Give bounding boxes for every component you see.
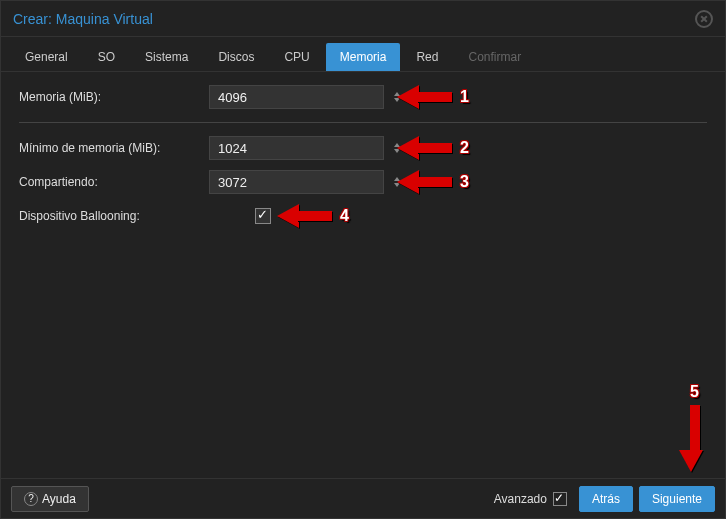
input-min-memoria[interactable]: [209, 136, 384, 160]
row-memoria: Memoria (MiB): 1: [19, 82, 707, 112]
input-compartiendo-value[interactable]: [210, 171, 394, 193]
back-button[interactable]: Atrás: [579, 486, 633, 512]
annotation-arrow-1: 1: [397, 88, 469, 106]
advanced-checkbox[interactable]: [553, 492, 567, 506]
label-compartiendo: Compartiendo:: [19, 175, 209, 189]
tab-sistema[interactable]: Sistema: [131, 43, 202, 71]
label-ballooning: Dispositivo Ballooning:: [19, 209, 209, 223]
help-label: Ayuda: [42, 492, 76, 506]
help-icon: ?: [24, 492, 38, 506]
dialog-window: Crear: Maquina Virtual General SO Sistem…: [0, 0, 726, 519]
footer: ? Ayuda Avanzado Atrás Siguiente: [1, 478, 725, 518]
next-button[interactable]: Siguiente: [639, 486, 715, 512]
row-min-memoria: Mínimo de memoria (MiB): 2: [19, 133, 707, 163]
input-memoria[interactable]: [209, 85, 384, 109]
annotation-arrow-2: 2: [397, 139, 469, 157]
row-compartiendo: Compartiendo: 3: [19, 167, 707, 197]
help-button[interactable]: ? Ayuda: [11, 486, 89, 512]
tab-memoria[interactable]: Memoria: [326, 43, 401, 71]
spinner-arrows-icon[interactable]: [394, 171, 400, 193]
spinner-arrows-icon[interactable]: [394, 86, 400, 108]
separator: [19, 122, 707, 123]
tab-red[interactable]: Red: [402, 43, 452, 71]
annotation-arrow-3: 3: [397, 173, 469, 191]
checkbox-ballooning[interactable]: [255, 208, 271, 224]
spinner-arrows-icon[interactable]: [394, 137, 400, 159]
input-min-memoria-value[interactable]: [210, 137, 394, 159]
close-icon[interactable]: [695, 10, 713, 28]
advanced-toggle[interactable]: Avanzado: [494, 492, 567, 506]
form-area: Memoria (MiB): 1 Mínimo de memoria (MiB)…: [1, 72, 725, 245]
tab-discos[interactable]: Discos: [204, 43, 268, 71]
tab-general[interactable]: General: [11, 43, 82, 71]
tab-so[interactable]: SO: [84, 43, 129, 71]
advanced-label: Avanzado: [494, 492, 547, 506]
annotation-arrow-4: 4: [277, 207, 349, 225]
input-memoria-value[interactable]: [210, 86, 394, 108]
titlebar: Crear: Maquina Virtual: [1, 1, 725, 37]
label-min-memoria: Mínimo de memoria (MiB):: [19, 141, 209, 155]
tab-confirmar: Confirmar: [454, 43, 535, 71]
row-ballooning: Dispositivo Ballooning: 4: [19, 201, 707, 231]
tab-cpu[interactable]: CPU: [270, 43, 323, 71]
tab-bar: General SO Sistema Discos CPU Memoria Re…: [1, 37, 725, 72]
input-compartiendo[interactable]: [209, 170, 384, 194]
annotation-arrow-5: 5: [686, 383, 703, 472]
label-memoria: Memoria (MiB):: [19, 90, 209, 104]
window-title: Crear: Maquina Virtual: [13, 11, 153, 27]
